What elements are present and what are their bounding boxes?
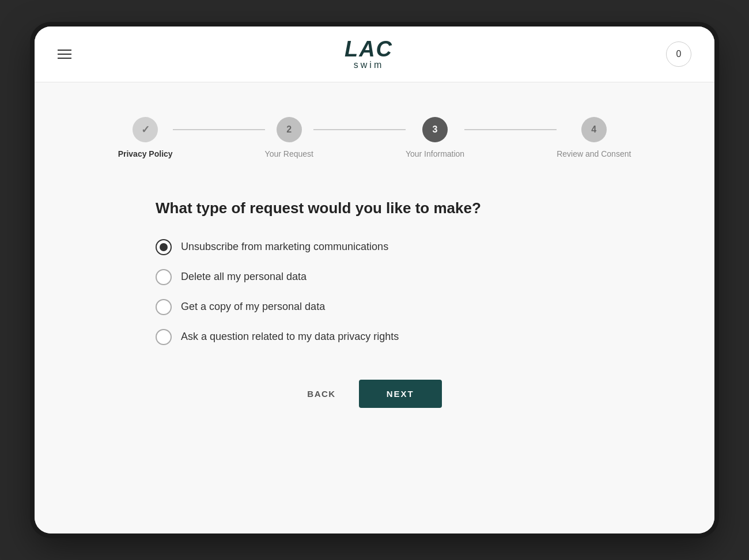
radio-option-4[interactable]: Ask a question related to my data privac… bbox=[156, 329, 593, 345]
question-section: What type of request would you like to m… bbox=[144, 199, 605, 408]
device-frame: LAC swim 0 ✓ Privacy Policy 2 Your Reque… bbox=[35, 27, 714, 533]
connector-2-3 bbox=[313, 129, 406, 130]
logo: LAC swim bbox=[345, 38, 393, 70]
radio-group: Unsubscribe from marketing communication… bbox=[156, 239, 593, 345]
radio-label-1: Unsubscribe from marketing communication… bbox=[181, 241, 388, 253]
radio-input-2[interactable] bbox=[156, 269, 172, 285]
step-2-circle: 2 bbox=[277, 117, 302, 142]
step-1: ✓ Privacy Policy bbox=[118, 117, 173, 158]
radio-option-2[interactable]: Delete all my personal data bbox=[156, 269, 593, 285]
step-2: 2 Your Request bbox=[265, 117, 313, 158]
step-3-number: 3 bbox=[433, 124, 438, 135]
radio-input-3[interactable] bbox=[156, 299, 172, 315]
header: LAC swim 0 bbox=[35, 27, 714, 82]
step-4-label: Review and Consent bbox=[557, 149, 631, 158]
step-1-label: Privacy Policy bbox=[118, 149, 173, 158]
connector-1-2 bbox=[173, 129, 265, 130]
logo-text-sub: swim bbox=[345, 60, 393, 70]
next-button[interactable]: NEXT bbox=[359, 380, 442, 408]
step-4-number: 4 bbox=[591, 124, 596, 135]
cart-button[interactable]: 0 bbox=[666, 41, 691, 67]
step-2-number: 2 bbox=[286, 124, 292, 135]
connector-3-4 bbox=[464, 129, 557, 130]
radio-input-4[interactable] bbox=[156, 329, 172, 345]
radio-label-3: Get a copy of my personal data bbox=[181, 301, 325, 313]
step-3: 3 Your Information bbox=[406, 117, 464, 158]
logo-text-main: LAC bbox=[345, 38, 393, 60]
stepper: ✓ Privacy Policy 2 Your Request 3 Your I… bbox=[69, 105, 680, 170]
radio-input-1[interactable] bbox=[156, 239, 172, 255]
action-buttons: BACK NEXT bbox=[156, 380, 593, 408]
main-content: ✓ Privacy Policy 2 Your Request 3 Your I… bbox=[35, 82, 714, 533]
checkmark-icon: ✓ bbox=[141, 123, 150, 136]
question-title: What type of request would you like to m… bbox=[156, 199, 593, 218]
step-1-circle: ✓ bbox=[133, 117, 158, 142]
radio-label-4: Ask a question related to my data privac… bbox=[181, 331, 399, 343]
back-button[interactable]: BACK bbox=[307, 389, 335, 399]
step-4-circle: 4 bbox=[581, 117, 607, 142]
radio-label-2: Delete all my personal data bbox=[181, 271, 307, 283]
step-2-label: Your Request bbox=[265, 149, 313, 158]
radio-option-3[interactable]: Get a copy of my personal data bbox=[156, 299, 593, 315]
step-3-circle: 3 bbox=[422, 117, 448, 142]
step-4: 4 Review and Consent bbox=[557, 117, 631, 158]
radio-option-1[interactable]: Unsubscribe from marketing communication… bbox=[156, 239, 593, 255]
cart-count: 0 bbox=[676, 49, 682, 59]
hamburger-menu[interactable] bbox=[58, 50, 71, 59]
step-3-label: Your Information bbox=[406, 149, 464, 158]
